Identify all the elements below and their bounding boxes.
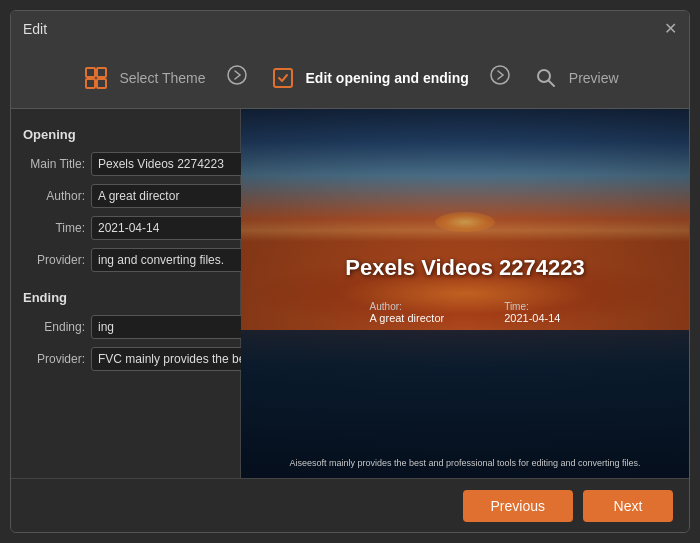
step1-select-theme[interactable]: Select Theme xyxy=(65,63,221,93)
svg-point-7 xyxy=(538,70,550,82)
svg-rect-5 xyxy=(274,69,292,87)
chevron2-icon xyxy=(489,64,511,91)
preview-author-item: Author: A great director xyxy=(370,301,445,324)
svg-rect-3 xyxy=(97,79,106,88)
svg-rect-1 xyxy=(97,68,106,77)
content-area: Opening Main Title: Author: Time: Provid… xyxy=(11,109,689,478)
preview-time-item: Time: 2021-04-14 xyxy=(504,301,560,324)
ending-field-label: Ending: xyxy=(23,320,85,334)
water-layer xyxy=(241,330,689,478)
search-icon xyxy=(531,63,561,93)
provider-row: Provider: xyxy=(23,248,228,272)
step3-preview[interactable]: Preview xyxy=(515,63,635,93)
provider-input[interactable] xyxy=(91,248,255,272)
preview-footer-text: Aiseesoft mainly provides the best and p… xyxy=(241,458,689,468)
preview-time-label: Time: xyxy=(504,301,560,312)
ending-provider-input[interactable] xyxy=(91,347,255,371)
ending-field-row: Ending: xyxy=(23,315,228,339)
svg-point-6 xyxy=(491,66,509,84)
main-window: Edit ✕ Select Theme xyxy=(10,10,690,533)
grid-icon xyxy=(81,63,111,93)
ending-section-title: Ending xyxy=(23,290,228,305)
footer-bar: Previous Next xyxy=(11,478,689,532)
step3-label: Preview xyxy=(569,70,619,86)
step2-label: Edit opening and ending xyxy=(306,70,469,86)
previous-button[interactable]: Previous xyxy=(463,490,573,522)
preview-main-title: Pexels Videos 2274223 xyxy=(261,255,669,281)
time-row: Time: xyxy=(23,216,228,240)
preview-author-label: Author: xyxy=(370,301,445,312)
svg-point-4 xyxy=(228,66,246,84)
ending-input[interactable] xyxy=(91,315,255,339)
step1-label: Select Theme xyxy=(119,70,205,86)
time-input[interactable] xyxy=(91,216,255,240)
titlebar: Edit ✕ xyxy=(11,11,689,47)
step2-edit[interactable]: Edit opening and ending xyxy=(252,63,485,93)
window-title: Edit xyxy=(23,21,47,37)
time-label: Time: xyxy=(23,221,85,235)
preview-time-value: 2021-04-14 xyxy=(504,312,560,324)
author-input[interactable] xyxy=(91,184,255,208)
edit-icon xyxy=(268,63,298,93)
author-row: Author: xyxy=(23,184,228,208)
preview-panel: Pexels Videos 2274223 Author: A great di… xyxy=(241,109,689,478)
preview-author-value: A great director xyxy=(370,312,445,324)
chevron1-icon xyxy=(226,64,248,91)
preview-background: Pexels Videos 2274223 Author: A great di… xyxy=(241,109,689,478)
close-button[interactable]: ✕ xyxy=(664,21,677,37)
next-button[interactable]: Next xyxy=(583,490,673,522)
left-panel: Opening Main Title: Author: Time: Provid… xyxy=(11,109,241,478)
step-toolbar: Select Theme Edit opening and ending xyxy=(11,47,689,109)
main-title-row: Main Title: xyxy=(23,152,228,176)
main-title-input[interactable] xyxy=(91,152,255,176)
ending-provider-label: Provider: xyxy=(23,352,85,366)
author-label: Author: xyxy=(23,189,85,203)
ending-provider-row: Provider: xyxy=(23,347,228,371)
preview-meta: Author: A great director Time: 2021-04-1… xyxy=(261,301,669,324)
svg-rect-0 xyxy=(86,68,95,77)
provider-label: Provider: xyxy=(23,253,85,267)
main-title-label: Main Title: xyxy=(23,157,85,171)
svg-line-8 xyxy=(549,81,554,86)
svg-rect-2 xyxy=(86,79,95,88)
opening-section-title: Opening xyxy=(23,127,228,142)
preview-content: Pexels Videos 2274223 Author: A great di… xyxy=(241,255,689,332)
